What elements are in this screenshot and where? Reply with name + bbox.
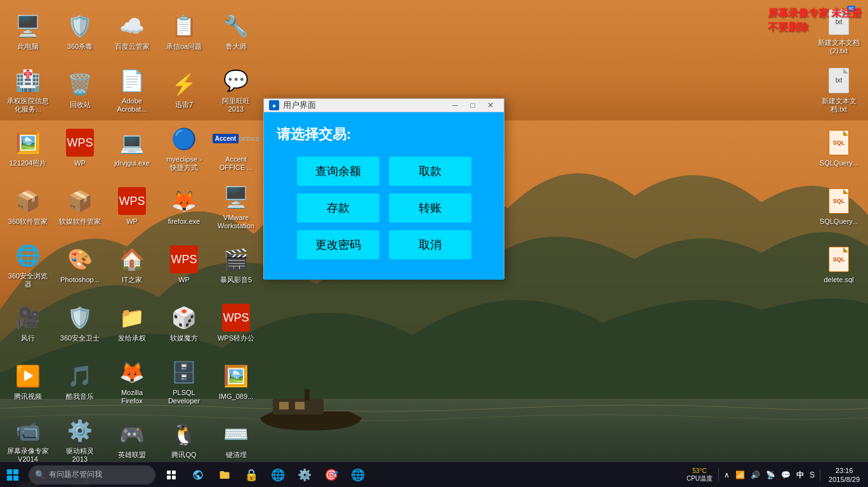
icon-fagei[interactable]: 📁 发给承权	[107, 295, 157, 352]
search-bar[interactable]: 🔍 有问题尽管问我	[29, 465, 155, 484]
icon-wps3[interactable]: WPS WP	[159, 237, 209, 294]
dialog-btn-row-3: 更改密码 取消	[277, 230, 491, 259]
tray-wifi[interactable]: 📡	[764, 469, 777, 481]
icon-qq[interactable]: 🐧 腾讯QQ	[159, 412, 209, 469]
clock[interactable]: 23:16 2015/8/29	[824, 466, 865, 484]
icon-oa[interactable]: 📋 承信oa问题	[159, 3, 209, 60]
icon-360[interactable]: 🛡️ 360杀毒	[55, 3, 105, 60]
icon-alibaba[interactable]: 💬 阿里旺旺2013	[211, 62, 261, 119]
icon-txvideo[interactable]: ▶️ 腾讯视频	[3, 353, 53, 410]
icon-newdoc2[interactable]: txt 新建文本文档.txt	[814, 62, 864, 119]
icon-storm[interactable]: 🎬 暴风影音5	[211, 237, 261, 294]
deposit-button[interactable]: 存款	[297, 193, 379, 223]
dialog-app-icon: ●	[269, 100, 279, 110]
lock-taskbar-icon[interactable]: 🔒	[239, 462, 264, 488]
tray-msg[interactable]: 💬	[779, 469, 792, 481]
icon-thunder[interactable]: ⚡ 迅雷7	[159, 62, 209, 119]
icon-wps[interactable]: WPS WP	[55, 120, 105, 177]
tray-sougou[interactable]: S	[808, 469, 817, 481]
icon-photo[interactable]: 🖼️ 121204照片	[3, 120, 53, 177]
icon-cloud[interactable]: ☁️ 百度云管家	[107, 3, 157, 60]
transfer-button[interactable]: 转账	[389, 193, 471, 223]
icon-mycomputer[interactable]: 🖥️ 此电脑	[3, 3, 53, 60]
tray-audio[interactable]: 🔊	[749, 469, 762, 481]
icon-lianmeng[interactable]: 🎮 英雄联盟	[107, 412, 157, 469]
web-taskbar-icon[interactable]: 🌐	[345, 462, 371, 488]
dialog-prompt: 请选择交易:	[277, 125, 491, 144]
edge-taskbar-icon[interactable]	[185, 462, 211, 488]
icon-jdr[interactable]: 💻 jdrvjgui.exe	[107, 120, 157, 177]
icon-mofang[interactable]: 🎲 软媒魔方	[159, 295, 209, 352]
cpu-temp-value: 53°C	[692, 467, 706, 474]
icon-recycle[interactable]: 🗑️ 回收站	[55, 62, 105, 119]
tray-separator2	[820, 469, 820, 481]
desktop: 屏幕录像专家 未注册 不要删除 🖥️ 此电脑 🛡️ 360杀毒 ☁️ 百度云管家…	[0, 0, 868, 487]
tray-up-arrow[interactable]: ∧	[722, 469, 732, 481]
dialog-close-button[interactable]: ✕	[482, 99, 499, 112]
dialog-btn-row-1: 查询余额 取款	[277, 157, 491, 186]
system-tray: 53°C CPU温度 ∧ 📶 🔊 📡 💬 中 S 23:16 2015/8/29	[687, 462, 868, 487]
icon-vmware[interactable]: 🖥️ VMware Workstation	[211, 178, 261, 235]
change-pwd-button[interactable]: 更改密码	[297, 230, 379, 259]
dialog-btn-row-2: 存款 转账	[277, 193, 491, 223]
windows-logo-icon	[6, 469, 19, 481]
icon-mediasoft[interactable]: 📦 软媒软件管家	[55, 178, 105, 235]
icon-jianjie[interactable]: ⌨️ 键清埋	[211, 412, 261, 469]
cancel-button[interactable]: 取消	[389, 230, 471, 259]
icon-mozff[interactable]: 🦊 Mozilla Firefox	[107, 353, 157, 410]
svg-rect-10	[167, 471, 171, 474]
svg-rect-8	[7, 476, 12, 481]
icon-kuwo[interactable]: 🎵 酷我音乐	[55, 353, 105, 410]
icon-fengyun[interactable]: 🎥 风行	[3, 295, 53, 352]
icon-sqlquery2[interactable]: SQL SQLQuery...	[814, 178, 864, 235]
icon-accent[interactable]: Accent OFFICE Accent OFFICE ...	[211, 120, 261, 177]
icon-weiji[interactable]: 🛡️ 360安全卫士	[55, 295, 105, 352]
icon-wpslight[interactable]: WPS WPS轻办公	[211, 295, 261, 352]
svg-rect-13	[172, 476, 176, 479]
cpu-temp-label: CPU温度	[687, 474, 713, 483]
icon-img089[interactable]: 🖼️ IMG_089...	[211, 353, 261, 410]
taskbar: 🔍 有问题尽管问我	[0, 462, 868, 487]
icon-itzhijia[interactable]: 🏠 IT之家	[107, 237, 157, 294]
dialog-minimize-button[interactable]: ─	[447, 99, 463, 112]
browser-taskbar-icon[interactable]: 🌐	[265, 462, 291, 488]
icon-sqlquery1[interactable]: SQL SQLQuery...	[814, 120, 864, 177]
icon-adobe[interactable]: 📄 Adobe Acrobat...	[107, 62, 157, 119]
icon-myeclipse[interactable]: 🔵 myeclipse - 快捷方式	[159, 120, 209, 177]
desktop-icon-grid-right: txt 80 新建文本文档 (2).txt txt 新建文本文档.txt	[814, 3, 865, 294]
dialog-maximize-button[interactable]: □	[464, 99, 481, 112]
icon-360soft[interactable]: 📦 360软件管家	[3, 178, 53, 235]
search-placeholder: 有问题尽管问我	[49, 469, 102, 480]
icon-screen2014[interactable]: 📹 屏幕录像专家V2014	[3, 412, 53, 469]
start-button[interactable]	[0, 462, 25, 488]
icon-wps2[interactable]: WPS WP	[107, 178, 157, 235]
icon-plsql[interactable]: 🗄️ PLSQL Developer	[159, 353, 209, 410]
tray-separator	[718, 469, 719, 481]
icon-firefox[interactable]: 🦊 firefox.exe	[159, 178, 209, 235]
icon-newdoc1[interactable]: txt 80 新建文本文档 (2).txt	[814, 3, 864, 60]
tool-taskbar-icon[interactable]: 🎯	[319, 462, 344, 488]
icon-medical[interactable]: 🏥 承权医院信息化服务...	[3, 62, 53, 119]
icon-deletesql[interactable]: SQL delete.sql	[814, 237, 864, 294]
clock-date: 2015/8/29	[829, 475, 860, 484]
check-balance-button[interactable]: 查询余额	[297, 157, 379, 186]
withdraw-button[interactable]: 取款	[389, 157, 471, 186]
settings-taskbar-icon[interactable]: ⚙️	[292, 462, 317, 488]
taskbar-app-icons: 🔒 🌐 ⚙️ 🎯 🌐	[159, 462, 371, 488]
clock-time: 23:16	[836, 466, 853, 475]
dialog-titlebar[interactable]: ● 用户界面 ─ □ ✕	[264, 99, 504, 112]
dialog-title: 用户界面	[283, 100, 445, 111]
dialog-content: 请选择交易: 查询余额 取款 存款 转账 更改密码 取消	[264, 112, 504, 280]
svg-rect-9	[13, 476, 18, 481]
icon-photoshop[interactable]: 🎨 Photoshop...	[55, 237, 105, 294]
icon-master[interactable]: 🔧 鲁大师	[211, 3, 261, 60]
tray-network[interactable]: 📶	[733, 469, 747, 481]
icon-360browser[interactable]: 🌐 360安全浏览器	[3, 237, 53, 294]
explorer-taskbar-icon[interactable]	[212, 462, 237, 488]
svg-rect-11	[172, 471, 176, 474]
desktop-icon-grid: 🖥️ 此电脑 🛡️ 360杀毒 ☁️ 百度云管家 📋 承信oa问题 🔧 鲁大师	[3, 3, 262, 487]
svg-rect-7	[13, 469, 18, 474]
tray-ime-cn[interactable]: 中	[794, 469, 806, 482]
taskview-button[interactable]	[159, 462, 184, 488]
icon-jisu[interactable]: ⚙️ 驱动精灵2013	[55, 412, 105, 469]
